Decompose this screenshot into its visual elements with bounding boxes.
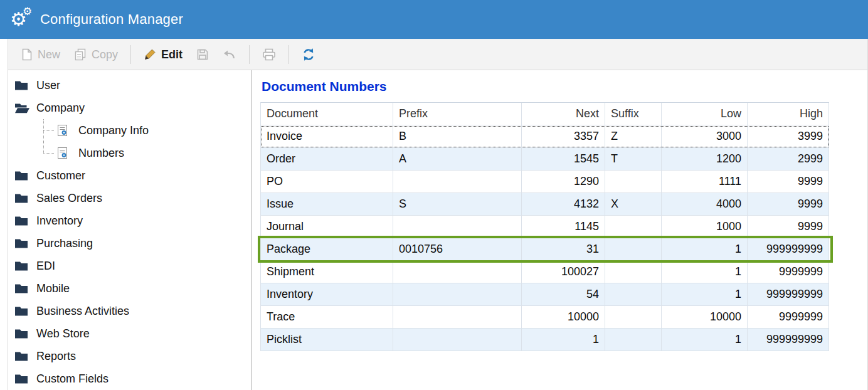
column-header-prefix[interactable]: Prefix	[393, 103, 522, 125]
cell-prefix[interactable]: B	[393, 125, 522, 147]
column-header-next[interactable]: Next	[522, 103, 605, 125]
table-row-shipment[interactable]: Shipment10002719999999	[261, 261, 829, 283]
cell-prefix[interactable]	[393, 261, 522, 283]
cell-low[interactable]: 3000	[662, 125, 748, 147]
cell-suffix[interactable]	[605, 171, 662, 192]
sidebar-item-reports[interactable]: Reports	[14, 345, 251, 367]
cell-document[interactable]: Journal	[261, 216, 393, 238]
sidebar-item-company-info[interactable]: Company Info	[14, 119, 251, 142]
sidebar-item-business-activities[interactable]: Business Activities	[14, 300, 251, 322]
sidebar-item-edi[interactable]: EDI	[14, 255, 251, 277]
cell-high[interactable]: 999999999	[748, 283, 829, 305]
cell-next[interactable]: 10000	[522, 306, 605, 328]
cell-low[interactable]: 1111	[662, 171, 748, 192]
cell-low[interactable]: 1	[662, 283, 748, 305]
sidebar-item-purchasing[interactable]: Purchasing	[14, 232, 251, 255]
cell-prefix[interactable]	[393, 283, 522, 305]
cell-prefix[interactable]	[393, 306, 522, 328]
cell-document[interactable]: Shipment	[261, 261, 393, 283]
cell-suffix[interactable]: T	[605, 148, 662, 170]
cell-low[interactable]: 1	[662, 238, 748, 260]
cell-next[interactable]: 3357	[522, 125, 605, 147]
cell-high[interactable]: 9999	[748, 193, 829, 215]
sidebar-item-inventory[interactable]: Inventory	[14, 209, 251, 232]
cell-document[interactable]: Issue	[261, 193, 393, 215]
table-body: InvoiceB3357Z30003999OrderA1545T12002999…	[261, 125, 829, 351]
cell-high[interactable]: 9999	[748, 216, 829, 238]
save-button[interactable]	[191, 45, 214, 64]
cell-next[interactable]: 1290	[522, 171, 605, 192]
cell-high[interactable]: 9999999	[748, 261, 829, 283]
sidebar-item-web-store[interactable]: Web Store	[14, 322, 251, 345]
cell-low[interactable]: 1200	[662, 148, 748, 170]
cell-document[interactable]: Trace	[261, 306, 393, 328]
column-header-document[interactable]: Document	[261, 103, 393, 125]
table-row-inventory[interactable]: Inventory541999999999	[261, 283, 829, 306]
cell-next[interactable]: 31	[522, 238, 605, 260]
sidebar-item-customer[interactable]: Customer	[14, 164, 251, 187]
table-row-package[interactable]: Package0010756311999999999	[261, 238, 829, 261]
refresh-button[interactable]	[296, 45, 321, 65]
table-row-journal[interactable]: Journal114510009999	[261, 216, 829, 238]
cell-high[interactable]: 9999	[748, 171, 829, 192]
cell-suffix[interactable]: X	[605, 193, 662, 215]
table-row-order[interactable]: OrderA1545T12002999	[261, 148, 829, 171]
cell-low[interactable]: 1	[662, 329, 748, 350]
column-header-low[interactable]: Low	[662, 103, 748, 125]
cell-suffix[interactable]	[605, 216, 662, 238]
cell-suffix[interactable]	[605, 329, 662, 350]
cell-next[interactable]: 100027	[522, 261, 605, 283]
cell-prefix[interactable]: S	[393, 193, 522, 215]
sidebar-item-numbers[interactable]: Numbers	[14, 142, 251, 164]
table-row-po[interactable]: PO129011119999	[261, 171, 829, 193]
column-header-suffix[interactable]: Suffix	[605, 103, 662, 125]
cell-low[interactable]: 1000	[662, 216, 748, 238]
cell-next[interactable]: 54	[522, 283, 605, 305]
cell-document[interactable]: Picklist	[261, 329, 393, 350]
cell-next[interactable]: 1	[522, 329, 605, 350]
cell-prefix[interactable]: A	[393, 148, 522, 170]
cell-document[interactable]: Order	[261, 148, 393, 170]
sidebar-item-company[interactable]: Company	[14, 97, 251, 119]
cell-next[interactable]: 1545	[522, 148, 605, 170]
cell-prefix[interactable]	[393, 329, 522, 350]
sidebar-item-user[interactable]: User	[14, 74, 251, 97]
cell-high[interactable]: 9999999	[748, 306, 829, 328]
cell-document[interactable]: Invoice	[261, 125, 393, 147]
toolbar: New Copy	[8, 39, 867, 70]
undo-button[interactable]	[217, 45, 242, 64]
cell-suffix[interactable]	[605, 261, 662, 283]
cell-prefix[interactable]: 0010756	[393, 238, 522, 260]
column-header-high[interactable]: High	[748, 103, 829, 125]
cell-document[interactable]: Inventory	[261, 283, 393, 305]
cell-suffix[interactable]	[605, 238, 662, 260]
cell-suffix[interactable]: Z	[605, 125, 662, 147]
new-button[interactable]: New	[16, 45, 66, 64]
table-row-picklist[interactable]: Picklist11999999999	[261, 329, 829, 351]
cell-prefix[interactable]	[393, 216, 522, 238]
copy-button[interactable]: Copy	[68, 45, 124, 64]
table-row-issue[interactable]: IssueS4132X40009999	[261, 193, 829, 216]
refresh-icon	[302, 48, 315, 61]
sidebar-item-mobile[interactable]: Mobile	[14, 277, 251, 300]
table-row-invoice[interactable]: InvoiceB3357Z30003999	[261, 125, 829, 148]
cell-suffix[interactable]	[605, 283, 662, 305]
cell-high[interactable]: 3999	[748, 125, 829, 147]
cell-document[interactable]: Package	[261, 238, 393, 260]
cell-prefix[interactable]	[393, 171, 522, 192]
sidebar-item-sales-orders[interactable]: Sales Orders	[14, 187, 251, 209]
cell-low[interactable]: 10000	[662, 306, 748, 328]
cell-suffix[interactable]	[605, 306, 662, 328]
cell-high[interactable]: 999999999	[748, 329, 829, 350]
cell-high[interactable]: 999999999	[748, 238, 829, 260]
cell-document[interactable]: PO	[261, 171, 393, 192]
cell-high[interactable]: 2999	[748, 148, 829, 170]
sidebar-item-custom-fields[interactable]: Custom Fields	[14, 367, 251, 390]
print-button[interactable]	[257, 45, 282, 64]
cell-low[interactable]: 4000	[662, 193, 748, 215]
cell-next[interactable]: 4132	[522, 193, 605, 215]
cell-next[interactable]: 1145	[522, 216, 605, 238]
cell-low[interactable]: 1	[662, 261, 748, 283]
edit-button[interactable]: Edit	[138, 45, 188, 64]
table-row-trace[interactable]: Trace10000100009999999	[261, 306, 829, 329]
